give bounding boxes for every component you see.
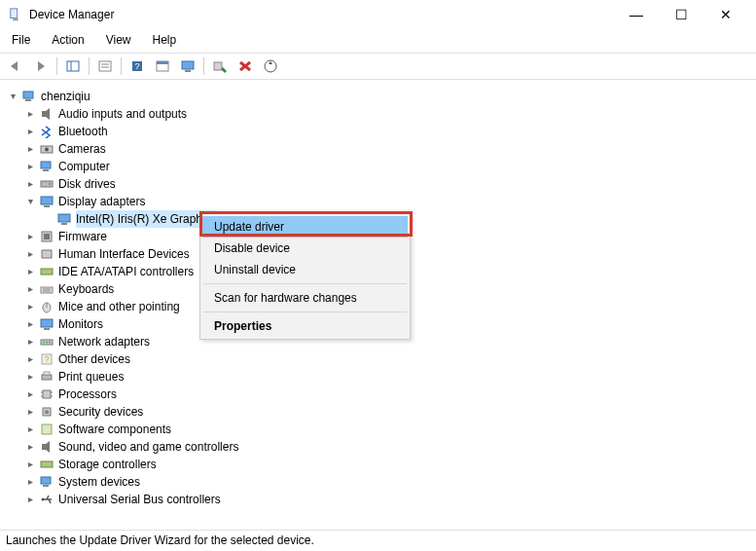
- expand-icon[interactable]: ▸: [23, 491, 37, 508]
- tree-category[interactable]: ▸Bluetooth: [6, 123, 750, 140]
- expand-icon[interactable]: ▸: [23, 158, 37, 175]
- tree-category[interactable]: ▸Computer: [6, 158, 750, 175]
- toolbar-sep: [89, 57, 90, 75]
- tree-category[interactable]: ▸Audio inputs and outputs: [6, 105, 750, 123]
- svg-rect-13: [182, 61, 194, 69]
- collapse-icon[interactable]: ▾: [6, 88, 19, 105]
- svg-rect-53: [44, 372, 50, 375]
- context-menu-item[interactable]: Uninstall device: [202, 259, 408, 280]
- svg-rect-33: [58, 214, 70, 222]
- svg-marker-2: [11, 61, 18, 71]
- tree-category[interactable]: ▸Cameras: [6, 140, 750, 158]
- tree-category[interactable]: ▸Universal Serial Bus controllers: [6, 491, 750, 508]
- tree-item-label: Universal Serial Bus controllers: [58, 491, 221, 508]
- tree-category[interactable]: ▾Display adapters: [6, 193, 750, 210]
- category-icon: [39, 316, 54, 332]
- show-hide-tree-button[interactable]: [61, 55, 85, 77]
- tree-category[interactable]: ▸Storage controllers: [6, 456, 750, 473]
- category-icon: [39, 457, 54, 472]
- uninstall-button[interactable]: [234, 55, 257, 77]
- expand-icon[interactable]: ▸: [23, 368, 37, 386]
- expand-icon[interactable]: ▸: [23, 350, 37, 368]
- svg-rect-15: [214, 62, 222, 70]
- toolbar-sep: [121, 57, 122, 75]
- expand-icon[interactable]: ▸: [23, 123, 37, 140]
- svg-marker-62: [46, 441, 50, 453]
- menu-view[interactable]: View: [102, 31, 135, 49]
- svg-rect-23: [42, 111, 46, 117]
- category-icon: [39, 474, 54, 490]
- svg-rect-28: [43, 169, 49, 171]
- svg-rect-29: [41, 181, 53, 187]
- tree-item-label: Cameras: [58, 140, 106, 158]
- monitor-button[interactable]: [176, 55, 199, 77]
- scan-hardware-button[interactable]: [259, 55, 282, 77]
- expand-icon[interactable]: ▸: [23, 473, 37, 491]
- svg-rect-60: [42, 424, 52, 434]
- svg-text:?: ?: [134, 61, 139, 71]
- category-icon: [39, 141, 54, 157]
- category-icon: [39, 264, 54, 279]
- tree-category[interactable]: ▸Security devices: [6, 403, 750, 421]
- expand-icon[interactable]: ▸: [23, 456, 37, 473]
- tree-category[interactable]: ▸Software components: [6, 421, 750, 438]
- tree-item-label: Intel(R) Iris(R) Xe Graphics: [76, 210, 217, 228]
- expand-icon[interactable]: ▸: [23, 315, 37, 333]
- expand-icon[interactable]: ▸: [23, 403, 37, 421]
- expand-icon[interactable]: ▸: [23, 333, 37, 350]
- tree-category[interactable]: ▸Disk drives: [6, 175, 750, 193]
- expand-icon[interactable]: ▸: [23, 175, 37, 193]
- device-icon: [56, 211, 72, 227]
- context-menu-item[interactable]: Scan for hardware changes: [202, 287, 408, 309]
- context-menu-item[interactable]: Disable device: [202, 238, 408, 259]
- tree-item-label: Disk drives: [58, 175, 116, 193]
- expand-icon[interactable]: ▸: [23, 386, 37, 403]
- svg-rect-22: [25, 99, 31, 101]
- expand-icon[interactable]: ▸: [23, 105, 37, 123]
- category-icon: ?: [39, 351, 54, 367]
- tree-category[interactable]: ▸Sound, video and game controllers: [6, 438, 750, 456]
- enable-device-button[interactable]: [208, 55, 232, 77]
- tree-root[interactable]: ▾ chenziqiu: [6, 88, 750, 105]
- tree-category[interactable]: ▸Processors: [6, 386, 750, 403]
- back-button[interactable]: [4, 55, 27, 77]
- expand-icon[interactable]: ▸: [23, 140, 37, 158]
- expand-icon[interactable]: ▾: [23, 193, 37, 210]
- close-button[interactable]: ✕: [703, 0, 748, 29]
- expand-icon[interactable]: ▸: [23, 438, 37, 456]
- tree-category[interactable]: ▸Print queues: [6, 368, 750, 386]
- expand-icon[interactable]: ▸: [23, 421, 37, 438]
- menu-action[interactable]: Action: [48, 31, 88, 49]
- category-icon: [39, 176, 54, 192]
- category-icon: [39, 422, 54, 437]
- svg-rect-65: [43, 485, 49, 487]
- context-menu-item[interactable]: Update driver: [202, 216, 408, 238]
- tree-item-label: IDE ATA/ATAPI controllers: [58, 263, 194, 280]
- action-button[interactable]: [151, 55, 174, 77]
- expand-icon[interactable]: ▸: [23, 245, 37, 263]
- tree-root-label: chenziqiu: [41, 88, 90, 105]
- toolbar-sep: [203, 57, 204, 75]
- toolbar-sep: [56, 57, 57, 75]
- menu-file[interactable]: File: [8, 31, 34, 49]
- statusbar-text: Launches the Update Driver Wizard for th…: [6, 533, 314, 547]
- expand-icon[interactable]: ▸: [23, 280, 37, 298]
- forward-button[interactable]: [29, 55, 53, 77]
- tree-category[interactable]: ▸System devices: [6, 473, 750, 491]
- minimize-button[interactable]: ―: [614, 0, 659, 29]
- help-button[interactable]: ?: [126, 55, 149, 77]
- properties-button[interactable]: [93, 55, 117, 77]
- svg-marker-20: [269, 61, 272, 64]
- svg-rect-54: [43, 390, 51, 398]
- statusbar: Launches the Update Driver Wizard for th…: [0, 530, 756, 551]
- menubar: File Action View Help: [0, 29, 756, 53]
- tree-category[interactable]: ▸?Other devices: [6, 350, 750, 368]
- context-menu-item[interactable]: Properties: [202, 315, 408, 337]
- svg-rect-14: [185, 70, 191, 72]
- menu-help[interactable]: Help: [149, 31, 181, 49]
- expand-icon[interactable]: ▸: [23, 228, 37, 245]
- svg-point-26: [45, 148, 49, 152]
- expand-icon[interactable]: ▸: [23, 263, 37, 280]
- expand-icon[interactable]: ▸: [23, 298, 37, 315]
- maximize-button[interactable]: ☐: [659, 0, 703, 29]
